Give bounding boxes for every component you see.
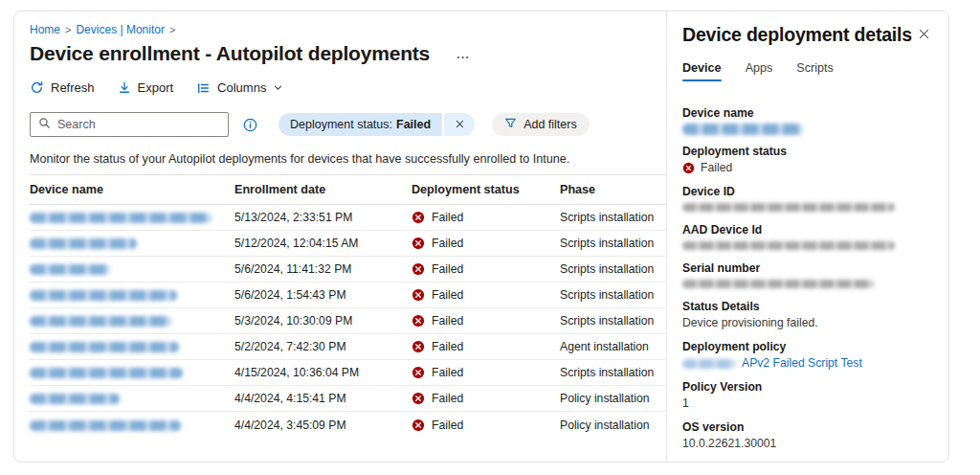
- table-row[interactable]: 4/15/2024, 10:36:04 PM Failed Scripts in…: [30, 360, 666, 386]
- device-name-link-redacted[interactable]: [30, 420, 181, 431]
- device-name-link-redacted[interactable]: [30, 316, 171, 327]
- more-actions-button[interactable]: ...: [457, 47, 470, 61]
- error-badge-icon: [412, 366, 425, 379]
- device-name-link-redacted[interactable]: [30, 368, 183, 378]
- error-badge-icon: [412, 418, 425, 432]
- enrollment-date-cell: 5/12/2024, 12:04:15 AM: [234, 237, 412, 250]
- device-name-link-redacted[interactable]: [30, 342, 179, 352]
- field-os-version: OS version 10.0.22621.30001: [682, 419, 933, 452]
- breadcrumb-separator: >: [169, 24, 175, 35]
- export-label: Export: [138, 80, 174, 95]
- column-header-phase[interactable]: Phase: [560, 183, 666, 196]
- command-bar: Refresh Export Columns: [30, 80, 666, 95]
- error-badge-icon: [412, 237, 425, 250]
- error-badge-icon: [412, 211, 425, 224]
- info-icon[interactable]: [243, 118, 257, 132]
- breadcrumb-devices-monitor[interactable]: Devices | Monitor: [76, 23, 164, 36]
- device-name-link-redacted[interactable]: [30, 290, 177, 301]
- phase-cell: Agent installation: [560, 340, 666, 353]
- enrollment-date-cell: 4/15/2024, 10:36:04 PM: [234, 366, 412, 379]
- dismiss-icon: [455, 116, 465, 133]
- table-row[interactable]: 4/4/2024, 4:15:41 PM Failed Policy insta…: [30, 386, 666, 412]
- columns-label: Columns: [217, 80, 266, 95]
- field-deployment-status: Deployment status Failed: [682, 144, 933, 176]
- close-panel-button[interactable]: [915, 24, 933, 47]
- device-name-value-redacted: [682, 124, 803, 135]
- phase-cell: Scripts installation: [560, 262, 666, 276]
- field-label: Deployment policy: [682, 339, 933, 355]
- column-header-device-name[interactable]: Device name: [30, 183, 234, 196]
- error-badge-icon: [682, 162, 695, 174]
- device-name-link-redacted[interactable]: [30, 264, 110, 275]
- field-label: Policy Version: [682, 379, 933, 396]
- field-deployment-policy: Deployment policy APv2 Failed Script Tes…: [682, 339, 933, 372]
- filter-field-value: Failed: [396, 118, 431, 131]
- phase-cell: Scripts installation: [560, 237, 666, 250]
- tab-apps[interactable]: Apps: [746, 61, 773, 81]
- remove-filter-button[interactable]: [444, 113, 475, 136]
- search-input[interactable]: [57, 118, 220, 131]
- filter-field-name: Deployment status:: [290, 118, 392, 131]
- phase-cell: Scripts installation: [560, 314, 666, 328]
- aad-device-id-value-redacted: [682, 241, 895, 250]
- active-filter-pill[interactable]: Deployment status: Failed: [278, 113, 475, 136]
- device-name-link-redacted[interactable]: [30, 238, 137, 249]
- field-device-id: Device ID: [682, 184, 933, 215]
- deployments-table: Device name Enrollment date Deployment s…: [30, 174, 666, 438]
- status-label: Failed: [432, 340, 463, 353]
- table-row[interactable]: 5/2/2024, 7:42:30 PM Failed Agent instal…: [30, 334, 666, 360]
- table-row[interactable]: 5/6/2024, 11:41:32 PM Failed Scripts ins…: [30, 257, 666, 283]
- table-header: Device name Enrollment date Deployment s…: [30, 174, 666, 205]
- refresh-button[interactable]: Refresh: [30, 80, 95, 95]
- deployment-policy-link[interactable]: APv2 Failed Script Test: [742, 355, 862, 372]
- columns-icon: [196, 81, 211, 95]
- tab-scripts[interactable]: Scripts: [796, 61, 834, 81]
- device-name-link-redacted[interactable]: [30, 213, 212, 223]
- table-row[interactable]: 4/4/2024, 3:45:09 PM Failed Policy insta…: [30, 412, 666, 438]
- add-filters-button[interactable]: Add filters: [492, 113, 590, 136]
- status-label: Failed: [432, 314, 463, 328]
- policy-prefix-redacted: [682, 359, 736, 369]
- enrollment-date-cell: 4/4/2024, 3:45:09 PM: [234, 418, 412, 432]
- os-version-value: 10.0.22621.30001: [682, 436, 933, 452]
- column-header-enrollment-date[interactable]: Enrollment date: [234, 183, 412, 196]
- device-name-link-redacted[interactable]: [30, 394, 120, 404]
- search-box[interactable]: [30, 112, 229, 137]
- field-aad-device-id: AAD Device Id: [682, 222, 933, 253]
- filter-pill-label[interactable]: Deployment status: Failed: [278, 113, 442, 136]
- breadcrumb-home[interactable]: Home: [30, 23, 60, 36]
- error-badge-icon: [412, 288, 425, 302]
- field-label: Device ID: [682, 184, 933, 200]
- status-value: Failed: [701, 160, 732, 176]
- table-row[interactable]: 5/13/2024, 2:33:51 PM Failed Scripts ins…: [30, 205, 666, 231]
- table-row[interactable]: 5/6/2024, 1:54:43 PM Failed Scripts inst…: [30, 283, 666, 308]
- status-label: Failed: [432, 288, 463, 302]
- filter-icon: [504, 117, 517, 132]
- tab-device[interactable]: Device: [682, 61, 722, 81]
- refresh-label: Refresh: [51, 80, 95, 95]
- add-filters-label: Add filters: [523, 118, 577, 131]
- column-header-deployment-status[interactable]: Deployment status: [412, 183, 560, 196]
- chevron-down-icon: [273, 82, 283, 93]
- error-badge-icon: [412, 340, 425, 353]
- enrollment-date-cell: 4/4/2024, 4:15:41 PM: [234, 392, 412, 405]
- enrollment-date-cell: 5/3/2024, 10:30:09 PM: [234, 314, 412, 328]
- table-row[interactable]: 5/12/2024, 12:04:15 AM Failed Scripts in…: [30, 231, 666, 257]
- field-device-name: Device name: [682, 105, 933, 136]
- field-label: Deployment status: [682, 144, 933, 160]
- app-window: Home > Devices | Monitor > Device enroll…: [13, 11, 949, 463]
- columns-button[interactable]: Columns: [196, 80, 283, 95]
- status-label: Failed: [432, 262, 463, 276]
- device-id-value-redacted: [682, 203, 895, 212]
- enrollment-date-cell: 5/2/2024, 7:42:30 PM: [234, 340, 412, 353]
- status-label: Failed: [432, 418, 463, 432]
- field-serial-number: Serial number: [682, 260, 933, 291]
- field-label: OS version: [682, 419, 933, 436]
- search-icon: [38, 116, 51, 133]
- export-button[interactable]: Export: [118, 80, 174, 95]
- phase-cell: Scripts installation: [560, 288, 666, 302]
- main-content: Home > Devices | Monitor > Device enroll…: [14, 11, 666, 462]
- error-badge-icon: [412, 314, 425, 328]
- status-label: Failed: [432, 366, 463, 379]
- table-row[interactable]: 5/3/2024, 10:30:09 PM Failed Scripts ins…: [30, 308, 666, 334]
